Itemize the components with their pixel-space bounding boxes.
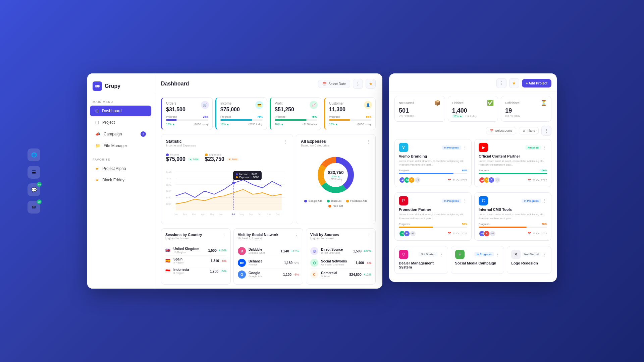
logo-name: Logo Redesign xyxy=(511,261,547,265)
expense-pct: ▼ 10% xyxy=(227,158,238,161)
svg-text:Aug: Aug xyxy=(240,213,244,216)
expenses-header: All Expenses Based on Categories ⋮ xyxy=(301,139,371,150)
projects-star-button[interactable]: ★ xyxy=(509,78,519,88)
social-change: 0% xyxy=(294,261,299,264)
projects-header: ⋮ ★ + Add Project xyxy=(389,73,557,92)
social-header: Visit by Social Network Highest to Lowes… xyxy=(238,233,299,243)
ls-icon-mail[interactable]: ✉ 90 xyxy=(28,201,40,214)
sessions-more-button[interactable]: ⋮ xyxy=(222,233,226,238)
pinterest-brand-icon: P xyxy=(399,196,408,205)
sources-subtitle: Highest to Lowest xyxy=(310,237,339,240)
projects-more-button[interactable]: ⋮ xyxy=(496,78,506,88)
ls-icon-menu[interactable]: ☰ xyxy=(28,166,40,179)
sessions-subtitle: Highest to Lowest xyxy=(165,237,202,240)
projects-list-more[interactable]: ⋮ xyxy=(541,126,551,136)
income-pct: ▲ 10% xyxy=(188,158,200,161)
viemo-more[interactable]: ⋮ xyxy=(463,145,467,150)
social-value: 1,100 xyxy=(283,273,291,277)
logo-more[interactable]: ⋮ xyxy=(542,252,547,257)
sessions-card: Sessions by Country Highest to Lowest ⋮ … xyxy=(161,228,231,285)
line-chart-svg: $1.2k $1k $800 $600 $400 $200 xyxy=(166,164,288,218)
dealer-more[interactable]: ⋮ xyxy=(439,252,444,257)
sessions-change: -8% xyxy=(221,259,226,262)
select-dates-button[interactable]: 📅 Select Dates xyxy=(486,127,516,134)
social-icon-dribbble: D xyxy=(238,247,246,255)
sidebar-item-label-dashboard: Dashboard xyxy=(102,109,122,113)
profit-progress-fill xyxy=(275,119,307,121)
promotion-more[interactable]: ⋮ xyxy=(463,198,467,203)
proj-stat-finished-val: 1,400 xyxy=(452,107,494,114)
donut-legend: Google Ads Discount Facebook Ads xyxy=(301,199,371,207)
viemo-progress-bar xyxy=(399,173,467,174)
select-date-button[interactable]: 📅 Select Date xyxy=(318,80,350,88)
sidebar-item-project[interactable]: ◫ Project xyxy=(90,117,151,128)
project-item-cms: C In Progress ⋮ Internal CMS Tools Lorem… xyxy=(474,192,551,240)
country-region: 5 Region xyxy=(173,261,184,264)
legend-discount: Discount xyxy=(327,199,341,202)
project-icon: ◫ xyxy=(95,120,99,125)
favorite-button[interactable]: ★ xyxy=(366,79,376,89)
social-change: +12% xyxy=(291,249,299,253)
viemo-desc: Lorem ipsum dolor sit amet, consectetur … xyxy=(399,159,467,167)
ls-icon-globe[interactable]: 🌐 xyxy=(28,148,40,161)
promotion-name: Promotion Partner xyxy=(399,207,467,212)
customer-progress-label: Progress 50% xyxy=(329,115,371,118)
donut-chart-wrap: $23,750 10% ▲ +$150 today Google Ads xyxy=(301,153,371,207)
ls-icon-chat[interactable]: 💬 99 xyxy=(28,183,40,196)
stat-income: Income $75,000 💳 Progress 75% 10% ▲ +$1 xyxy=(215,97,267,130)
flag-id: 🇮🇩 xyxy=(165,269,171,274)
statistic-more-button[interactable]: ⋮ xyxy=(283,139,288,144)
file-manager-icon: 📁 xyxy=(95,143,100,148)
dealer-brand-icon: ⬡ xyxy=(399,250,408,259)
sidebar-item-dashboard[interactable]: ⊞ Dashboard xyxy=(90,106,151,116)
flag-es: 🇪🇸 xyxy=(165,258,171,263)
sidebar-item-campaign[interactable]: 📣 Campaign 3 xyxy=(90,128,151,140)
expense-value: $23,750 xyxy=(205,156,224,162)
dashboard-icon: ⊞ xyxy=(95,109,99,113)
social-icon-google: G xyxy=(238,270,246,279)
social-name: Google xyxy=(249,271,283,275)
sidebar-item-file-manager[interactable]: 📁 File Manager xyxy=(90,140,151,151)
donut-center: $23,750 10% ▲ +$150 today xyxy=(328,170,344,180)
finished-badge: 10% ▲ xyxy=(452,114,464,118)
projects-card: ⋮ ★ + Add Project Not Started 📦 501 0% +… xyxy=(389,73,557,282)
svg-text:$1k: $1k xyxy=(167,177,171,180)
svg-point-16 xyxy=(232,182,235,184)
sessions-value: 1,500 xyxy=(208,249,217,252)
content-partner-more[interactable]: ⋮ xyxy=(542,145,547,150)
legend-free-gift: Free Gift xyxy=(328,204,343,207)
cms-more[interactable]: ⋮ xyxy=(542,198,547,203)
social-more-button[interactable]: ⋮ xyxy=(294,233,299,238)
page-title: Dashboard xyxy=(161,81,189,87)
social-card: Visit by Social Network Highest to Lowes… xyxy=(233,228,303,285)
source-icon-comercial: C xyxy=(310,270,318,279)
sidebar-item-project-alpha[interactable]: ★ Project Alpha xyxy=(90,163,151,174)
expenses-more-button[interactable]: ⋮ xyxy=(366,139,371,144)
add-project-button[interactable]: + Add Project xyxy=(522,79,551,87)
statistic-chart-card: Statistic Income and Expenses ⋮ Income $… xyxy=(161,134,293,224)
social-value: 1,240 xyxy=(281,249,289,253)
sessions-table: 🇬🇧 United Kingdom 10 Region 1,500 +10% xyxy=(165,245,226,276)
main-menu-label: MAIN MENU xyxy=(87,98,154,105)
legend-facebook-ads: Facebook Ads xyxy=(346,199,367,202)
more-options-button[interactable]: ⋮ xyxy=(353,79,363,89)
social-sub: Google Ads xyxy=(249,275,283,278)
svg-text:$600: $600 xyxy=(166,190,171,192)
sources-more-button[interactable]: ⋮ xyxy=(367,233,371,238)
sidebar-item-black-friday[interactable]: ★ Black Friday xyxy=(90,175,151,185)
source-name: Comercial xyxy=(321,271,350,275)
income-icon: 💳 xyxy=(255,101,263,109)
social-media-more[interactable]: ⋮ xyxy=(495,252,500,257)
viemo-avatars: A B C +1 xyxy=(399,177,421,183)
source-sub: All Social Channels xyxy=(321,263,356,266)
content-partner-status: Finished xyxy=(525,145,541,150)
social-table: D Dribbble Dribbble Shot 1,240 +12% xyxy=(238,245,299,280)
filters-button[interactable]: ⚙ Filters xyxy=(519,127,539,134)
sidebar-item-label-friday: Black Friday xyxy=(102,178,124,182)
country-region: 10 Region xyxy=(173,251,199,254)
campaign-icon: 📣 xyxy=(95,132,100,136)
social-sub: Dribbble Shot xyxy=(249,251,281,254)
charts-row: Statistic Income and Expenses ⋮ Income $… xyxy=(154,134,382,228)
cms-desc: Lorem ipsum dolor sit amet, consectetur … xyxy=(479,213,547,220)
stats-row: Orders $31,500 🛒 Progress 25% 10% ▲ +$1 xyxy=(154,93,382,134)
